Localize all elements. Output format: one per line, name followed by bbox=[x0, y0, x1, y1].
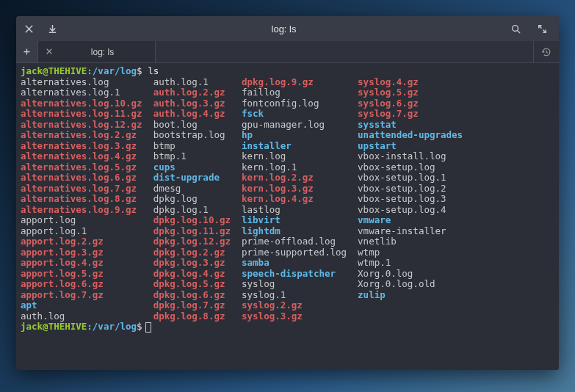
file-entry: apport.log.7.gz bbox=[21, 290, 153, 301]
tab-close-icon[interactable] bbox=[46, 47, 53, 57]
file-entry: lightdm bbox=[242, 226, 358, 237]
terminal-window: log: ls log: ls jack@THEHIVE:/var/log$ l… bbox=[16, 16, 559, 370]
close-icon[interactable] bbox=[22, 22, 35, 35]
ls-column: dpkg.log.9.gz faillog fontconfig.log fsc… bbox=[242, 77, 358, 322]
prompt-line-idle: jack@THEHIVE:/var/log$ bbox=[21, 322, 554, 333]
file-entry: vbox-setup.log.3 bbox=[358, 194, 469, 205]
file-entry: alternatives.log.6.gz bbox=[21, 173, 153, 184]
file-entry: dpkg.log.2.gz bbox=[153, 247, 242, 258]
ls-column: syslog.4.gz syslog.5.gz syslog.6.gz sysl… bbox=[358, 77, 469, 322]
file-entry: Xorg.0.log bbox=[358, 269, 469, 280]
file-entry: apport.log bbox=[21, 215, 153, 226]
file-entry: syslog.5.gz bbox=[358, 87, 469, 98]
file-entry: syslog.2.gz bbox=[242, 300, 358, 311]
new-tab-button[interactable] bbox=[16, 41, 38, 62]
file-entry: upstart bbox=[358, 141, 469, 152]
file-entry: apport.log.1 bbox=[21, 226, 153, 237]
file-entry: vbox-setup.log bbox=[358, 162, 469, 173]
file-entry: alternatives.log bbox=[21, 77, 153, 88]
file-entry: dpkg.log.4.gz bbox=[153, 269, 242, 280]
file-entry: dpkg.log.12.gz bbox=[153, 236, 242, 247]
file-entry: alternatives.log.4.gz bbox=[21, 151, 153, 162]
file-entry: alternatives.log.3.gz bbox=[21, 141, 153, 152]
expand-icon[interactable] bbox=[535, 22, 549, 35]
file-entry: sysstat bbox=[358, 120, 469, 131]
window-title: log: ls bbox=[59, 23, 509, 35]
tab-active[interactable]: log: ls bbox=[38, 41, 156, 62]
prompt-command: ls bbox=[148, 65, 159, 76]
prompt-cwd: /var/log bbox=[93, 65, 137, 76]
ls-column: auth.log.1 auth.log.2.gz auth.log.3.gz a… bbox=[153, 77, 242, 322]
search-icon[interactable] bbox=[509, 22, 522, 35]
file-entry: dpkg.log.7.gz bbox=[153, 300, 242, 311]
file-entry: zulip bbox=[358, 290, 469, 301]
file-entry: alternatives.log.2.gz bbox=[21, 130, 153, 141]
file-entry: kern.log.4.gz bbox=[242, 194, 358, 205]
terminal-viewport[interactable]: jack@THEHIVE:/var/log$ ls alternatives.l… bbox=[16, 63, 559, 370]
prompt-sep: : bbox=[87, 65, 93, 76]
file-entry: dist-upgrade bbox=[153, 173, 242, 184]
file-entry: vmware bbox=[358, 215, 469, 226]
file-entry: auth.log.1 bbox=[153, 77, 242, 88]
file-entry: wtmp bbox=[358, 247, 469, 258]
cursor bbox=[145, 322, 151, 333]
file-entry: vbox-setup.log.1 bbox=[358, 173, 469, 184]
file-entry: unattended-upgrades bbox=[358, 130, 469, 141]
file-entry: vnetlib bbox=[358, 236, 469, 247]
svg-point-0 bbox=[512, 25, 518, 31]
file-entry: vbox-setup.log.4 bbox=[358, 205, 469, 216]
file-entry: kern.log.3.gz bbox=[242, 184, 358, 195]
file-entry: prime-offload.log bbox=[242, 236, 358, 247]
file-entry: vmware-installer bbox=[358, 226, 469, 237]
file-entry: syslog.6.gz bbox=[358, 98, 469, 109]
file-entry: bootstrap.log bbox=[153, 130, 242, 141]
file-entry: lastlog bbox=[242, 205, 358, 216]
file-entry: alternatives.log.5.gz bbox=[21, 162, 153, 173]
file-entry: apport.log.5.gz bbox=[21, 269, 153, 280]
file-entry: dpkg.log.9.gz bbox=[242, 77, 358, 88]
file-entry: samba bbox=[242, 258, 358, 269]
file-entry: syslog.4.gz bbox=[358, 77, 469, 88]
file-entry: dmesg bbox=[153, 184, 242, 195]
file-entry: apport.log.3.gz bbox=[21, 247, 153, 258]
file-entry: alternatives.log.8.gz bbox=[21, 194, 153, 205]
titlebar: log: ls bbox=[16, 16, 559, 41]
file-entry: dpkg.log.3.gz bbox=[153, 258, 242, 269]
file-entry: dpkg.log.11.gz bbox=[153, 226, 242, 237]
file-entry: syslog.3.gz bbox=[242, 311, 358, 322]
file-entry: apt bbox=[21, 300, 153, 311]
file-entry: auth.log.3.gz bbox=[153, 98, 242, 109]
prompt-line: jack@THEHIVE:/var/log$ ls bbox=[21, 66, 554, 77]
ls-column: alternatives.log alternatives.log.1 alte… bbox=[21, 77, 153, 322]
file-entry: alternatives.log.10.gz bbox=[21, 98, 153, 109]
file-entry: kern.log bbox=[242, 151, 358, 162]
file-entry: hp bbox=[242, 130, 358, 141]
file-entry: wtmp.1 bbox=[358, 258, 469, 269]
history-icon[interactable] bbox=[534, 41, 559, 62]
prompt-user: jack@THEHIVE bbox=[21, 65, 87, 76]
file-entry: faillog bbox=[242, 87, 358, 98]
prompt-sigil: $ bbox=[137, 65, 142, 76]
file-entry: dpkg.log bbox=[153, 194, 242, 205]
file-entry: fontconfig.log bbox=[242, 98, 358, 109]
file-entry: boot.log bbox=[153, 120, 242, 131]
file-entry: dpkg.log.1 bbox=[153, 205, 242, 216]
file-entry: vbox-setup.log.2 bbox=[358, 184, 469, 195]
file-entry: kern.log.2.gz bbox=[242, 173, 358, 184]
ls-output: alternatives.log alternatives.log.1 alte… bbox=[21, 77, 554, 322]
file-entry: dpkg.log.8.gz bbox=[153, 311, 242, 322]
file-entry: cups bbox=[153, 162, 242, 173]
file-entry: alternatives.log.1 bbox=[21, 87, 153, 98]
file-entry: dpkg.log.5.gz bbox=[153, 279, 242, 290]
file-entry: btmp bbox=[153, 141, 242, 152]
download-icon[interactable] bbox=[46, 22, 59, 35]
file-entry: alternatives.log.11.gz bbox=[21, 109, 153, 120]
file-entry: kern.log.1 bbox=[242, 162, 358, 173]
file-entry: auth.log bbox=[21, 311, 153, 322]
tab-spacer bbox=[156, 41, 534, 62]
tab-label: log: ls bbox=[60, 47, 145, 57]
file-entry: gpu-manager.log bbox=[242, 120, 358, 131]
file-entry: btmp.1 bbox=[153, 151, 242, 162]
file-entry: speech-dispatcher bbox=[242, 269, 358, 280]
file-entry: alternatives.log.9.gz bbox=[21, 205, 153, 216]
